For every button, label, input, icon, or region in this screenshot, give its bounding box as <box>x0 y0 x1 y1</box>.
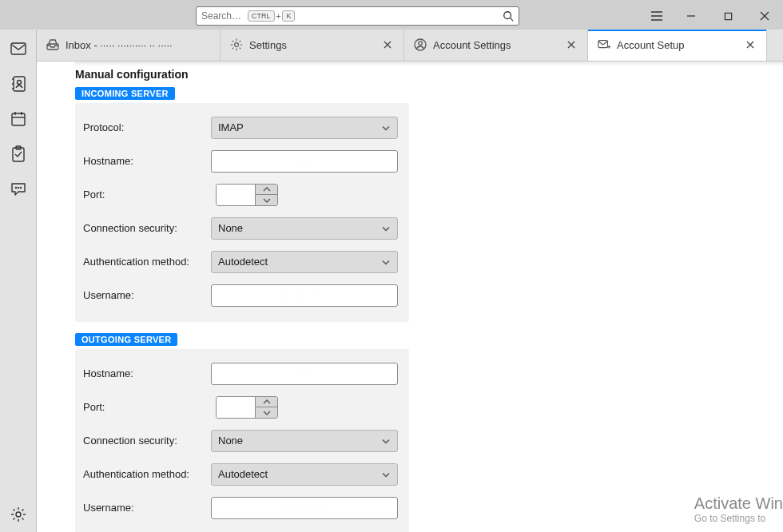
chevron-down-icon <box>381 256 391 268</box>
spaces-calendar[interactable] <box>0 101 37 137</box>
svg-point-24 <box>15 187 16 188</box>
incoming-protocol-label: Protocol: <box>80 121 211 133</box>
search-placeholder: Search… <box>201 10 241 22</box>
window-maximize-button[interactable] <box>709 0 746 32</box>
kbd-plus: + <box>276 12 281 21</box>
svg-point-33 <box>419 42 423 46</box>
app-menu-button[interactable] <box>641 11 673 21</box>
incoming-connection-select[interactable]: None <box>211 217 398 240</box>
svg-point-0 <box>504 12 511 19</box>
svg-rect-15 <box>12 113 25 125</box>
window-close-button[interactable] <box>746 0 783 32</box>
outgoing-panel: Hostname: Port: <box>75 349 409 532</box>
outgoing-server-badge: OUTGOING SERVER <box>75 333 177 346</box>
window-minimize-button[interactable] <box>673 0 709 32</box>
outgoing-connection-select[interactable]: None <box>211 430 398 452</box>
tab-account-settings-label: Account Settings <box>433 39 560 51</box>
gear-icon <box>230 38 243 51</box>
incoming-auth-label: Authentication method: <box>80 256 211 268</box>
incoming-connection-label: Connection security: <box>80 222 211 234</box>
svg-point-27 <box>16 512 21 517</box>
window-controls <box>641 0 783 32</box>
outgoing-port-label: Port: <box>80 401 216 413</box>
svg-rect-36 <box>598 41 608 48</box>
tab-account-setup-label: Account Setup <box>617 39 739 51</box>
incoming-port-up[interactable] <box>256 185 277 195</box>
spaces-mail[interactable] <box>0 31 37 66</box>
incoming-protocol-value: IMAP <box>218 121 244 133</box>
incoming-protocol-select[interactable]: IMAP <box>211 117 398 139</box>
outgoing-port-input[interactable] <box>217 397 255 418</box>
svg-rect-6 <box>725 13 731 19</box>
incoming-panel: Protocol: IMAP Hostname: <box>75 103 409 322</box>
kbd-k: K <box>282 10 295 22</box>
mail-plus-icon <box>598 38 610 51</box>
incoming-username-input[interactable] <box>211 284 398 307</box>
tab-settings-close[interactable] <box>381 38 394 51</box>
tab-settings[interactable]: Settings <box>221 30 404 61</box>
svg-point-11 <box>17 80 21 84</box>
spaces-toolbar <box>0 30 37 532</box>
kbd-ctrl: CTRL <box>248 10 275 22</box>
svg-point-29 <box>235 43 239 47</box>
incoming-port-label: Port: <box>80 189 216 200</box>
tab-account-settings-close[interactable] <box>565 38 578 51</box>
outgoing-auth-value: Autodetect <box>218 468 268 480</box>
tab-account-setup-close[interactable] <box>744 38 757 51</box>
tab-inbox-label: Inbox - ····· ·········· ·· ····· <box>66 39 210 51</box>
inbox-icon <box>46 38 59 51</box>
svg-point-26 <box>20 187 21 188</box>
spaces-chat[interactable] <box>0 172 37 207</box>
incoming-port-down[interactable] <box>256 194 277 205</box>
search-icon <box>503 10 514 22</box>
tab-inbox[interactable]: Inbox - ····· ·········· ·· ····· <box>37 30 221 61</box>
outgoing-connection-value: None <box>218 435 243 447</box>
titlebar: Search… CTRL + K <box>0 0 783 30</box>
chevron-down-icon <box>381 435 391 447</box>
tab-settings-label: Settings <box>249 39 376 51</box>
account-icon <box>414 38 427 51</box>
incoming-server-badge: INCOMING SERVER <box>75 87 175 100</box>
account-setup-page: Manual configuration INCOMING SERVER Pro… <box>37 62 783 532</box>
outgoing-port-down[interactable] <box>256 407 277 418</box>
page-heading: Manual configuration <box>75 68 783 81</box>
svg-line-1 <box>511 18 514 22</box>
chevron-down-icon <box>381 468 391 480</box>
incoming-connection-value: None <box>218 222 243 234</box>
outgoing-auth-select[interactable]: Autodetect <box>211 463 398 486</box>
outgoing-port-spinner[interactable] <box>216 396 278 419</box>
svg-point-25 <box>18 187 18 188</box>
chevron-down-icon <box>381 121 391 133</box>
incoming-auth-value: Autodetect <box>218 256 268 268</box>
spaces-settings[interactable] <box>0 497 37 532</box>
incoming-auth-select[interactable]: Autodetect <box>211 251 398 273</box>
tab-account-settings[interactable]: Account Settings <box>404 30 588 61</box>
outgoing-connection-label: Connection security: <box>80 435 211 447</box>
outgoing-hostname-label: Hostname: <box>80 367 211 379</box>
chevron-down-icon <box>381 222 391 234</box>
global-search[interactable]: Search… CTRL + K <box>196 6 519 26</box>
outgoing-auth-label: Authentication method: <box>80 468 211 480</box>
incoming-port-spinner[interactable] <box>216 184 278 206</box>
outgoing-hostname-input[interactable] <box>211 363 398 385</box>
tab-account-setup[interactable]: Account Setup <box>588 30 767 61</box>
incoming-hostname-input[interactable] <box>211 150 398 173</box>
spaces-addressbook[interactable] <box>0 66 37 101</box>
incoming-port-input[interactable] <box>217 185 255 205</box>
outgoing-port-up[interactable] <box>256 397 277 407</box>
svg-rect-9 <box>11 43 26 54</box>
tab-strip: Inbox - ····· ·········· ·· ····· Settin… <box>37 30 783 62</box>
incoming-username-label: Username: <box>80 289 211 301</box>
incoming-hostname-label: Hostname: <box>80 155 211 167</box>
spaces-tasks[interactable] <box>0 137 37 172</box>
outgoing-username-label: Username: <box>80 502 211 514</box>
outgoing-username-input[interactable] <box>211 497 398 519</box>
